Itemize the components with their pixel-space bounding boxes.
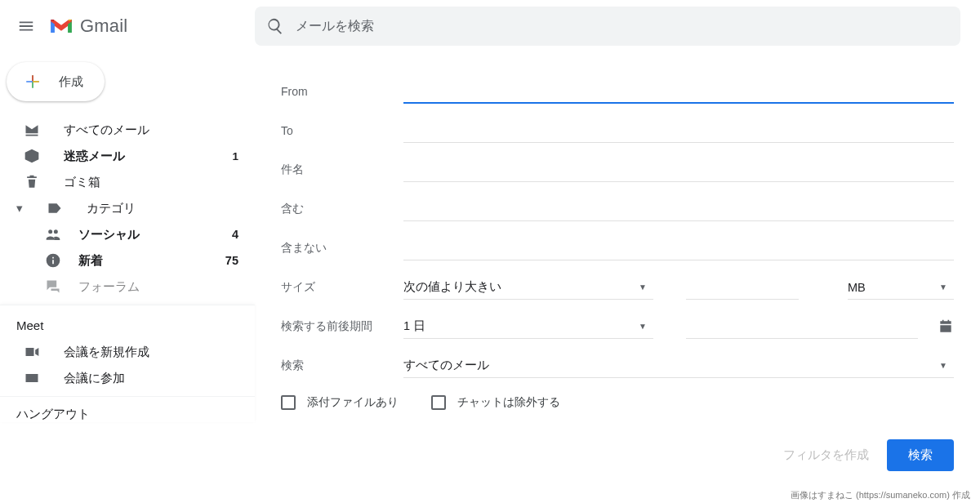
checkbox-exclude-chat[interactable]: チャットは除外する bbox=[431, 395, 560, 410]
size-value-input[interactable] bbox=[686, 275, 799, 300]
size-op-select[interactable]: 次の値より大きい▼ bbox=[403, 275, 653, 300]
stack-icon bbox=[23, 122, 41, 138]
sidebar-sub-social[interactable]: ソーシャル 4 bbox=[0, 221, 255, 247]
caret-icon: ▾ bbox=[16, 202, 28, 215]
gmail-logo[interactable]: Gmail bbox=[49, 16, 127, 37]
compose-label: 作成 bbox=[59, 74, 83, 90]
sidebar-item-all-mail[interactable]: すべてのメール bbox=[0, 117, 255, 143]
chevron-down-icon: ▼ bbox=[639, 322, 647, 331]
info-icon bbox=[44, 252, 62, 269]
compose-button[interactable]: 作成 bbox=[7, 62, 105, 101]
label-subject: 件名 bbox=[281, 162, 403, 177]
chevron-down-icon: ▼ bbox=[939, 361, 947, 370]
sidebar-item-categories[interactable]: ▾ カテゴリ bbox=[0, 195, 255, 221]
brand-text: Gmail bbox=[80, 16, 127, 37]
input-contains[interactable] bbox=[403, 197, 954, 221]
input-from[interactable] bbox=[403, 79, 954, 104]
create-filter-button[interactable]: フィルタを作成 bbox=[783, 447, 869, 463]
sidebar-sub-forums[interactable]: フォーラム bbox=[0, 274, 255, 300]
tag-icon bbox=[46, 200, 64, 216]
trash-icon bbox=[23, 174, 41, 190]
meet-join[interactable]: 会議に参加 bbox=[0, 365, 255, 391]
checkbox-icon bbox=[431, 395, 446, 410]
image-credit: 画像はすまねこ (https://sumaneko.com) 作成 bbox=[791, 489, 970, 501]
meet-caption: Meet bbox=[0, 314, 255, 339]
label-to: To bbox=[281, 124, 403, 137]
checkbox-icon bbox=[281, 395, 296, 410]
sidebar-item-trash[interactable]: ゴミ箱 bbox=[0, 169, 255, 195]
date-input[interactable] bbox=[686, 314, 918, 339]
label-contains: 含む bbox=[281, 202, 403, 216]
search-input[interactable] bbox=[296, 19, 949, 33]
calendar-button[interactable] bbox=[928, 318, 954, 335]
label-not-contains: 含まない bbox=[281, 241, 403, 256]
sidebar-sub-updates[interactable]: 新着 75 bbox=[0, 247, 255, 274]
checkbox-attachment[interactable]: 添付ファイルあり bbox=[281, 395, 399, 410]
advanced-search-panel: From To 件名 含む 含まない サイズ 次の値より大きい▼ MB▼ 検索す… bbox=[255, 52, 980, 503]
keyboard-icon bbox=[23, 370, 41, 386]
label-date: 検索する前後期間 bbox=[281, 319, 403, 334]
menu-button[interactable] bbox=[15, 15, 38, 38]
plus-icon bbox=[21, 70, 44, 93]
location-select[interactable]: すべてのメール▼ bbox=[403, 354, 954, 378]
forum-icon bbox=[44, 278, 62, 295]
meet-new[interactable]: 会議を新規作成 bbox=[0, 339, 255, 365]
chevron-down-icon: ▼ bbox=[639, 283, 647, 292]
hangout-caption: ハングアウト bbox=[0, 396, 255, 422]
label-from: From bbox=[281, 85, 403, 98]
input-not-contains[interactable] bbox=[403, 236, 954, 260]
alert-icon bbox=[23, 148, 41, 164]
size-unit-select[interactable]: MB▼ bbox=[848, 275, 954, 300]
search-button[interactable]: 検索 bbox=[887, 439, 954, 471]
date-range-select[interactable]: 1 日▼ bbox=[403, 314, 653, 339]
label-size: サイズ bbox=[281, 280, 403, 295]
people-icon bbox=[44, 226, 62, 243]
input-subject[interactable] bbox=[403, 158, 954, 182]
video-icon bbox=[23, 344, 41, 360]
search-icon bbox=[266, 17, 284, 35]
sidebar-item-spam[interactable]: 迷惑メール 1 bbox=[0, 143, 255, 169]
label-location: 検索 bbox=[281, 358, 403, 373]
search-bar[interactable] bbox=[255, 7, 960, 46]
chevron-down-icon: ▼ bbox=[939, 283, 947, 292]
calendar-icon bbox=[938, 318, 954, 335]
sidebar: 作成 すべてのメール 迷惑メール 1 ゴミ箱 ▾ カテゴリ bbox=[0, 52, 255, 503]
input-to[interactable] bbox=[403, 118, 954, 143]
